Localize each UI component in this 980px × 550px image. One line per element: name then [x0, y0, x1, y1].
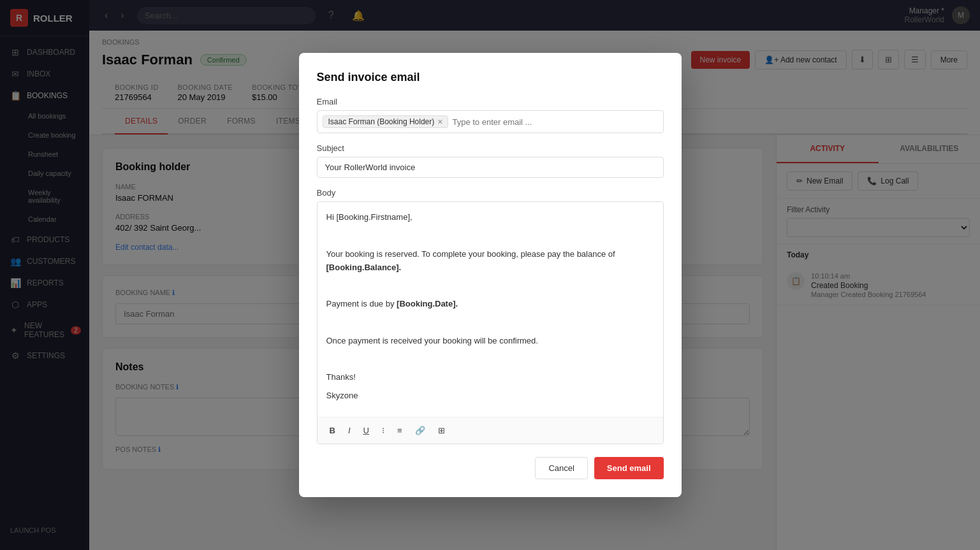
body-line-9: Thanks!: [326, 371, 654, 384]
underline-button[interactable]: U: [358, 423, 375, 438]
body-line-3: Your booking is reserved. To complete yo…: [326, 248, 654, 275]
body-line-4: [326, 279, 654, 293]
email-tag-close-icon[interactable]: ×: [437, 117, 442, 126]
numbered-list-button[interactable]: ≡: [391, 423, 408, 438]
bullet-list-icon: ⁝: [382, 426, 384, 435]
subject-input[interactable]: [317, 157, 664, 178]
body-line-7: Once payment is received your booking wi…: [326, 335, 654, 348]
body-line-5: Payment is due by [Booking.Date].: [326, 298, 654, 311]
bold-button[interactable]: B: [324, 423, 341, 438]
send-invoice-modal: Send invoice email Email Isaac Forman (B…: [299, 53, 682, 497]
body-content[interactable]: Hi [Booking.Firstname], Your booking is …: [318, 202, 663, 417]
email-tag: Isaac Forman (Booking Holder) ×: [323, 115, 449, 128]
body-line-2: [326, 229, 654, 243]
image-button[interactable]: ⊞: [432, 423, 451, 438]
email-tag-text: Isaac Forman (Booking Holder): [328, 117, 435, 126]
subject-form-group: Subject: [317, 143, 664, 178]
email-text-input[interactable]: [452, 117, 657, 127]
italic-button[interactable]: I: [342, 423, 356, 438]
numbered-list-icon: ≡: [397, 426, 402, 435]
modal-overlay: Send invoice email Email Isaac Forman (B…: [0, 0, 980, 550]
bullet-list-button[interactable]: ⁝: [376, 423, 390, 438]
link-button[interactable]: 🔗: [409, 423, 431, 438]
body-line-10: Skyzone: [326, 389, 654, 403]
email-form-group: Email Isaac Forman (Booking Holder) ×: [317, 97, 664, 133]
body-form-group: Body Hi [Booking.Firstname], Your bookin…: [317, 188, 664, 444]
body-line-1: Hi [Booking.Firstname],: [326, 211, 654, 224]
modal-footer: Cancel Send email: [317, 457, 664, 479]
email-input-row[interactable]: Isaac Forman (Booking Holder) ×: [317, 110, 664, 133]
send-email-button[interactable]: Send email: [594, 457, 664, 479]
modal-title: Send invoice email: [317, 71, 664, 84]
body-editor: Hi [Booking.Firstname], Your booking is …: [317, 201, 664, 444]
body-label: Body: [317, 188, 664, 198]
email-label: Email: [317, 97, 664, 106]
body-line-8: [326, 352, 654, 366]
image-icon: ⊞: [438, 426, 445, 435]
editor-toolbar: B I U ⁝ ≡ 🔗 ⊞: [318, 417, 663, 444]
cancel-button[interactable]: Cancel: [535, 457, 587, 479]
subject-label: Subject: [317, 143, 664, 153]
link-icon: 🔗: [415, 426, 425, 435]
body-line-6: [326, 316, 654, 329]
